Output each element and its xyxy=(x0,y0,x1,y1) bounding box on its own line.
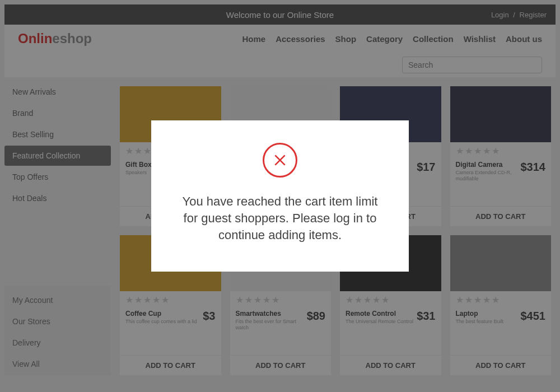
modal: You have reached the cart item limit for… xyxy=(151,120,409,271)
error-icon xyxy=(263,143,297,178)
modal-overlay[interactable]: You have reached the cart item limit for… xyxy=(0,0,560,392)
modal-message: You have reached the cart item limit for… xyxy=(174,193,386,243)
